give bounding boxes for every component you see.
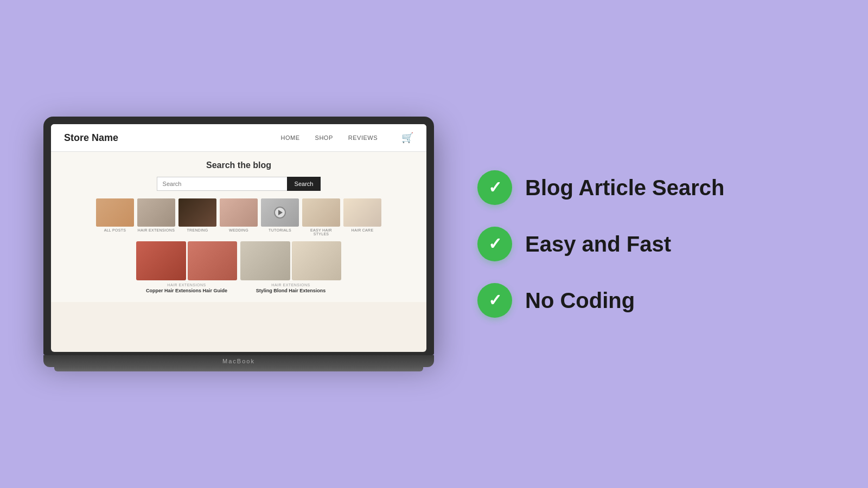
check-circle-3: ✓ — [477, 283, 512, 318]
features-panel: ✓ Blog Article Search ✓ Easy and Fast ✓ … — [434, 170, 825, 318]
feature-label-2: Easy and Fast — [525, 232, 671, 256]
cat-tutorials[interactable]: TUTORIALS — [261, 198, 299, 236]
blog-title-2: Styling Blond Hair Extensions — [240, 288, 341, 293]
feature-label-3: No Coding — [525, 288, 635, 312]
search-button[interactable]: Search — [287, 177, 321, 191]
feature-item-1: ✓ Blog Article Search — [477, 170, 825, 205]
store-name: Store Name — [64, 132, 281, 144]
blog-tag-1: HAIR EXTENSIONS — [136, 283, 237, 287]
play-icon — [274, 207, 286, 219]
cat-label-trending: TRENDING — [187, 228, 208, 232]
blog-card-1[interactable]: HAIR EXTENSIONS Copper Hair Extensions H… — [136, 241, 237, 293]
cat-label-wedding: WEDDING — [229, 228, 248, 232]
feature-item-3: ✓ No Coding — [477, 283, 825, 318]
feature-label-1: Blog Article Search — [525, 176, 725, 200]
check-icon-3: ✓ — [488, 292, 502, 309]
cat-label-hair-extensions: HAIR EXTENSIONS — [138, 228, 175, 232]
cat-hair-care[interactable]: HAIR CARE — [343, 198, 381, 236]
check-icon-1: ✓ — [488, 179, 502, 196]
cat-label-easy-hair-styles: EASY HAIR STYLES — [302, 228, 340, 236]
cat-label-tutorials: TUTORIALS — [269, 228, 291, 232]
check-circle-2: ✓ — [477, 227, 512, 261]
blog-tag-2: HAIR EXTENSIONS — [240, 283, 341, 287]
nav-home[interactable]: HOME — [281, 134, 300, 141]
cat-trending[interactable]: TRENDING — [178, 198, 216, 236]
laptop-base: MacBook — [43, 355, 434, 367]
search-bar: Search — [62, 177, 416, 191]
laptop-screen-outer: Store Name HOME SHOP REVIEWS 🛒 Search th… — [43, 117, 434, 355]
store-body: Search the blog Search ALL POSTS — [51, 152, 426, 302]
laptop-screen-inner: Store Name HOME SHOP REVIEWS 🛒 Search th… — [51, 124, 426, 352]
cat-easy-hair-styles[interactable]: EASY HAIR STYLES — [302, 198, 340, 236]
check-icon-2: ✓ — [488, 236, 502, 252]
laptop-mockup: Store Name HOME SHOP REVIEWS 🛒 Search th… — [43, 117, 434, 371]
nav-shop[interactable]: SHOP — [315, 134, 333, 141]
nav-reviews[interactable]: REVIEWS — [348, 134, 378, 141]
blog-title-1: Copper Hair Extensions Hair Guide — [136, 288, 237, 293]
cat-label-hair-care: HAIR CARE — [352, 228, 374, 232]
blog-card-2[interactable]: HAIR EXTENSIONS Styling Blond Hair Exten… — [240, 241, 341, 293]
laptop-brand-label: MacBook — [222, 358, 255, 364]
search-heading: Search the blog — [62, 160, 416, 170]
cat-label-all-posts: ALL POSTS — [104, 228, 126, 232]
check-circle-1: ✓ — [477, 170, 512, 205]
nav-links: HOME SHOP REVIEWS 🛒 — [281, 132, 413, 144]
blog-grid: HAIR EXTENSIONS Copper Hair Extensions H… — [62, 241, 416, 293]
laptop-foot — [54, 367, 423, 371]
cart-icon[interactable]: 🛒 — [401, 132, 413, 144]
categories-row: ALL POSTS HAIR EXTENSIONS TR — [62, 198, 416, 236]
feature-item-2: ✓ Easy and Fast — [477, 227, 825, 261]
search-input[interactable] — [157, 177, 287, 191]
cat-all-posts[interactable]: ALL POSTS — [96, 198, 134, 236]
store-nav: Store Name HOME SHOP REVIEWS 🛒 — [51, 124, 426, 152]
cat-hair-extensions[interactable]: HAIR EXTENSIONS — [137, 198, 175, 236]
cat-wedding[interactable]: WEDDING — [220, 198, 258, 236]
